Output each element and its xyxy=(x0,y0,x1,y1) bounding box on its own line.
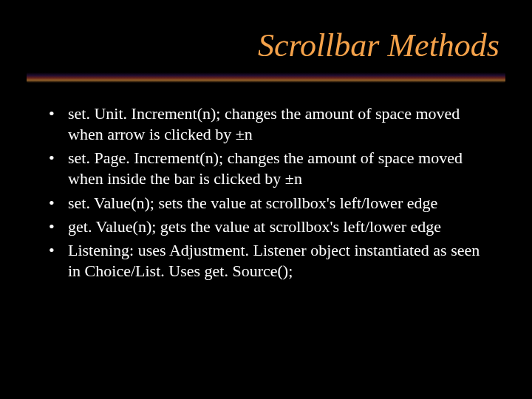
list-item: set. Unit. Increment(n); changes the amo… xyxy=(44,103,495,145)
slide-body: set. Unit. Increment(n); changes the amo… xyxy=(44,103,495,284)
list-item: set. Value(n); sets the value at scrollb… xyxy=(44,193,495,214)
bullet-text: set. Unit. Increment(n); changes the amo… xyxy=(68,104,460,143)
slide: Scrollbar Methods set. Unit. Increment(n… xyxy=(0,0,532,399)
list-item: Listening: uses Adjustment. Listener obj… xyxy=(44,240,495,282)
list-item: get. Value(n); gets the value at scrollb… xyxy=(44,216,495,237)
bullet-text: Listening: uses Adjustment. Listener obj… xyxy=(68,241,480,280)
bullet-list: set. Unit. Increment(n); changes the amo… xyxy=(44,103,495,282)
title-underline xyxy=(27,72,505,83)
slide-title: Scrollbar Methods xyxy=(258,27,499,64)
list-item: set. Page. Increment(n); changes the amo… xyxy=(44,148,495,189)
bullet-text: set. Value(n); sets the value at scrollb… xyxy=(68,194,437,212)
bullet-text: get. Value(n); gets the value at scrollb… xyxy=(68,217,441,236)
bullet-text: set. Page. Increment(n); changes the amo… xyxy=(68,149,463,188)
